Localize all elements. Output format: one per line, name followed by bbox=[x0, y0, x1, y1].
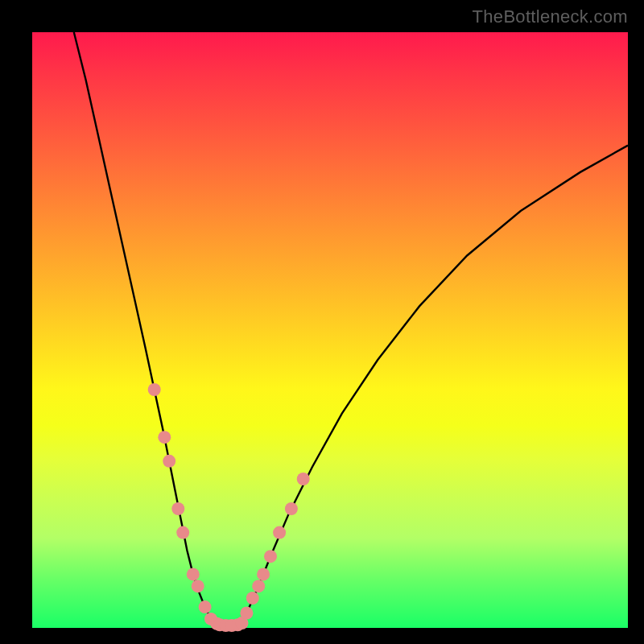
marker-dot bbox=[171, 502, 184, 515]
marker-dot bbox=[176, 526, 189, 539]
marker-dot bbox=[252, 580, 265, 592]
marker-dot bbox=[158, 431, 171, 444]
marker-dot bbox=[199, 601, 212, 613]
marker-dot bbox=[240, 607, 253, 620]
marker-dot bbox=[192, 580, 204, 592]
chart-frame: TheBottleneck.com bbox=[0, 0, 644, 644]
marker-dot bbox=[257, 568, 270, 580]
plot-area bbox=[32, 32, 628, 628]
marker-dot bbox=[246, 592, 259, 605]
curve-left-branch bbox=[74, 32, 217, 624]
curve-layer bbox=[32, 32, 628, 628]
marker-dot bbox=[273, 526, 286, 539]
marker-dot bbox=[163, 455, 175, 468]
marker-dot bbox=[264, 550, 277, 563]
marker-dot bbox=[297, 473, 310, 485]
watermark-text: TheBottleneck.com bbox=[473, 6, 628, 27]
curve-right-branch bbox=[241, 146, 628, 624]
marker-dot bbox=[187, 568, 200, 580]
marker-dot bbox=[285, 502, 298, 515]
marker-dot bbox=[148, 383, 161, 396]
